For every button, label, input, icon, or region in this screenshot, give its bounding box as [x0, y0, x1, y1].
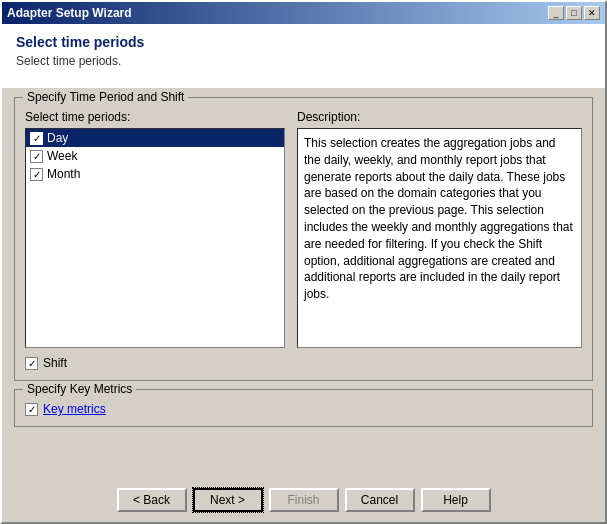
shift-label: Shift [43, 356, 67, 370]
list-item-day[interactable]: ✓ Day [26, 129, 284, 147]
window: Adapter Setup Wizard _ □ ✕ Select time p… [0, 0, 607, 524]
time-period-group: Specify Time Period and Shift Select tim… [14, 97, 593, 381]
help-button[interactable]: Help [421, 488, 491, 512]
page-subtitle: Select time periods. [16, 54, 591, 68]
checkbox-week[interactable]: ✓ [30, 150, 43, 163]
cancel-button[interactable]: Cancel [345, 488, 415, 512]
close-button[interactable]: ✕ [584, 6, 600, 20]
back-button[interactable]: < Back [117, 488, 187, 512]
list-item-week-label: Week [47, 149, 77, 163]
title-bar: Adapter Setup Wizard _ □ ✕ [2, 2, 605, 24]
header-area: Select time periods Select time periods. [2, 24, 605, 89]
title-bar-controls: _ □ ✕ [548, 6, 600, 20]
right-panel: Description: This selection creates the … [297, 110, 582, 370]
finish-button[interactable]: Finish [269, 488, 339, 512]
minimize-button[interactable]: _ [548, 6, 564, 20]
window-title: Adapter Setup Wizard [7, 6, 132, 20]
shift-row: ✓ Shift [25, 356, 285, 370]
checkbox-day[interactable]: ✓ [30, 132, 43, 145]
list-panel-label: Select time periods: [25, 110, 285, 124]
minimize-icon: _ [553, 8, 558, 18]
list-item-month[interactable]: ✓ Month [26, 165, 284, 183]
key-metrics-group-label: Specify Key Metrics [23, 382, 136, 396]
left-panel: Select time periods: ✓ Day ✓ Week [25, 110, 285, 370]
metrics-row: ✓ Key metrics [25, 402, 582, 416]
list-item-week[interactable]: ✓ Week [26, 147, 284, 165]
next-button[interactable]: Next > [193, 488, 263, 512]
time-period-group-label: Specify Time Period and Shift [23, 90, 188, 104]
list-item-month-label: Month [47, 167, 80, 181]
time-period-content: Select time periods: ✓ Day ✓ Week [25, 110, 582, 370]
key-metrics-group: Specify Key Metrics ✓ Key metrics [14, 389, 593, 427]
description-box: This selection creates the aggregation j… [297, 128, 582, 348]
close-icon: ✕ [588, 8, 596, 18]
checkbox-key-metrics[interactable]: ✓ [25, 403, 38, 416]
page-title: Select time periods [16, 34, 591, 50]
maximize-button[interactable]: □ [566, 6, 582, 20]
checkbox-shift[interactable]: ✓ [25, 357, 38, 370]
checkbox-month[interactable]: ✓ [30, 168, 43, 181]
description-text: This selection creates the aggregation j… [304, 136, 573, 301]
maximize-icon: □ [571, 8, 576, 18]
body-area: Specify Time Period and Shift Select tim… [2, 89, 605, 478]
button-row: < Back Next > Finish Cancel Help [2, 478, 605, 522]
key-metrics-link[interactable]: Key metrics [43, 402, 106, 416]
list-item-day-label: Day [47, 131, 68, 145]
time-periods-list[interactable]: ✓ Day ✓ Week ✓ Month [25, 128, 285, 348]
description-panel-label: Description: [297, 110, 582, 124]
